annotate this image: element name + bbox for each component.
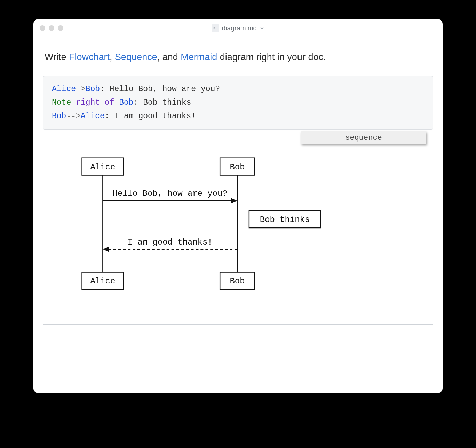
code-token-space (114, 98, 119, 107)
note-label: Bob thinks (260, 215, 310, 224)
link-sequence[interactable]: Sequence (115, 52, 157, 62)
code-token-colon: : (134, 98, 143, 107)
code-token-name: Bob (119, 98, 133, 107)
window-title: diagram.md (222, 24, 257, 32)
code-token-keyword: right of (76, 98, 114, 107)
fullscreen-icon[interactable] (58, 25, 63, 31)
code-token-text: Bob thinks (143, 98, 191, 107)
code-token-space (71, 98, 76, 107)
arrowhead-right-icon (231, 198, 237, 204)
actor-label: Bob (230, 162, 245, 172)
chevron-down-icon (260, 26, 264, 31)
minimize-icon[interactable] (49, 25, 54, 31)
actor-label: Bob (230, 277, 245, 286)
close-icon[interactable] (40, 25, 45, 31)
code-token-colon: : (100, 85, 110, 94)
diagram-output: sequence Alice Bob Hello Bob, how are yo… (43, 130, 433, 325)
actor-label: Alice (90, 162, 116, 172)
traffic-lights (40, 25, 63, 31)
app-window: M↓ diagram.md Write Flowchart, Sequence,… (33, 19, 443, 393)
document-content[interactable]: Write Flowchart, Sequence, and Mermaid d… (33, 37, 443, 393)
code-token-name: Bob (86, 85, 100, 94)
code-token-keyword: Note (52, 98, 71, 107)
message-label: I am good thanks! (128, 238, 213, 247)
markdown-file-icon: M↓ (212, 24, 219, 32)
link-flowchart[interactable]: Flowchart (69, 52, 110, 62)
intro-tail: diagram right in your doc. (217, 52, 326, 62)
code-token-arrow: --> (66, 112, 80, 121)
code-block[interactable]: Alice->Bob: Hello Bob, how are you? Note… (43, 76, 433, 130)
code-token-colon: : (105, 112, 114, 121)
intro-sep2: , and (157, 52, 181, 62)
intro-sep1: , (110, 52, 115, 62)
arrowhead-left-icon (103, 247, 109, 252)
code-token-text: I am good thanks! (114, 112, 196, 121)
titlebar: M↓ diagram.md (33, 19, 443, 37)
link-mermaid[interactable]: Mermaid (181, 52, 217, 62)
code-token-text: Hello Bob, how are you? (110, 85, 220, 94)
window-title-area[interactable]: M↓ diagram.md (33, 24, 443, 32)
code-token-arrow: -> (76, 85, 86, 94)
intro-text: Write Flowchart, Sequence, and Mermaid d… (43, 50, 433, 64)
sequence-diagram: Alice Bob Hello Bob, how are you? Bob th… (43, 130, 433, 324)
code-token-name: Bob (52, 112, 66, 121)
code-token-name: Alice (52, 85, 76, 94)
code-token-name: Alice (81, 112, 105, 121)
message-label: Hello Bob, how are you? (113, 189, 228, 199)
intro-lead: Write (45, 52, 69, 62)
actor-label: Alice (90, 277, 116, 286)
